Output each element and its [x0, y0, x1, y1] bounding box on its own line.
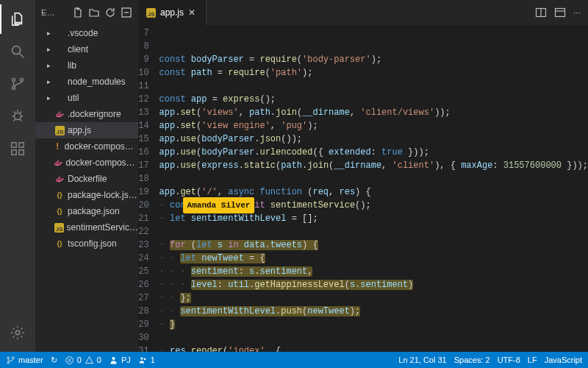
- activity-extensions[interactable]: [0, 134, 35, 163]
- line-gutter: 7891011121314151617181920212223242526272…: [138, 25, 159, 352]
- search-icon: [10, 43, 26, 60]
- svg-line-9: [14, 112, 16, 114]
- file-name: tsconfig.json: [68, 238, 117, 249]
- status-eol[interactable]: LF: [528, 355, 537, 364]
- bug-icon: [10, 108, 26, 124]
- refresh-icon[interactable]: [104, 7, 116, 18]
- svg-point-2: [12, 78, 15, 81]
- branch-icon: [10, 76, 26, 92]
- editor-group: JS app.js ✕ ··· 789101112131415161718192…: [138, 0, 588, 352]
- extensions-icon: [10, 141, 26, 157]
- file-name: package.json: [68, 206, 120, 216]
- file-tree-item[interactable]: docker-compose.yml: [35, 155, 138, 171]
- file-tree-item[interactable]: JSsentimentService.js: [35, 219, 138, 236]
- svg-line-10: [20, 112, 22, 114]
- file-tree-item[interactable]: !docker-compose.deb…: [35, 138, 138, 155]
- svg-point-30: [112, 357, 115, 360]
- files-icon: [10, 11, 26, 27]
- svg-line-1: [20, 54, 24, 58]
- file-name: sentimentService.js: [67, 222, 138, 233]
- file-tree-item[interactable]: {}package-lock.json: [35, 187, 138, 203]
- file-tree-item[interactable]: .vscode: [35, 25, 138, 41]
- status-problems[interactable]: 0 0: [65, 355, 101, 365]
- tab-app-js[interactable]: JS app.js ✕: [138, 0, 207, 25]
- error-icon: [65, 355, 74, 365]
- code-editor[interactable]: 7891011121314151617181920212223242526272…: [138, 25, 588, 352]
- status-sync[interactable]: ↻: [51, 355, 57, 365]
- file-name: node_modules: [68, 77, 126, 87]
- collapse-icon[interactable]: [121, 7, 132, 18]
- file-name: docker-compose.deb…: [65, 141, 138, 152]
- file-name: .dockerignore: [68, 109, 121, 119]
- file-tree: .vscodeclientlibnode_modulesutil.dockeri…: [35, 25, 138, 352]
- file-name: client: [68, 44, 88, 54]
- svg-line-11: [14, 119, 16, 121]
- activity-settings[interactable]: [0, 318, 35, 347]
- activity-debug[interactable]: [0, 102, 35, 131]
- editor-actions: ···: [535, 0, 588, 25]
- svg-point-17: [15, 330, 20, 335]
- explorer-title: E…: [41, 8, 68, 17]
- file-name: docker-compose.yml: [66, 158, 138, 168]
- file-name: util: [68, 93, 79, 103]
- svg-rect-22: [555, 9, 564, 17]
- file-tree-item[interactable]: {}tsconfig.json: [35, 236, 138, 252]
- svg-rect-14: [12, 150, 16, 155]
- status-spaces[interactable]: Spaces: 2: [454, 355, 490, 364]
- status-language[interactable]: JavaScript: [545, 355, 582, 364]
- svg-line-12: [20, 119, 22, 121]
- status-branch[interactable]: master: [6, 355, 43, 365]
- file-name: app.js: [68, 125, 91, 135]
- file-tree-item[interactable]: client: [35, 41, 138, 57]
- tab-label: app.js: [160, 7, 184, 18]
- file-tree-item[interactable]: {}package.json: [35, 203, 138, 219]
- activity-bar: [0, 0, 35, 352]
- tab-bar: JS app.js ✕ ···: [138, 0, 588, 25]
- file-tree-item[interactable]: node_modules: [35, 74, 138, 90]
- js-file-icon: JS: [146, 8, 156, 18]
- explorer-sidebar: E… .vscodeclientlibnode_modulesutil.dock…: [35, 0, 138, 352]
- status-participants[interactable]: 1: [138, 355, 155, 365]
- people-icon: [138, 355, 148, 365]
- file-name: lib: [68, 60, 76, 71]
- more-icon[interactable]: ···: [573, 7, 581, 18]
- svg-point-32: [143, 358, 146, 360]
- file-tree-item[interactable]: util: [35, 90, 138, 106]
- svg-point-5: [14, 113, 21, 119]
- status-position[interactable]: Ln 21, Col 31: [398, 355, 446, 364]
- file-tree-item[interactable]: .dockerignore: [35, 106, 138, 122]
- new-file-icon[interactable]: [72, 7, 84, 18]
- live-share-tooltip: Amanda Silver: [183, 197, 255, 213]
- explorer-header: E…: [35, 0, 138, 25]
- activity-search[interactable]: [0, 37, 35, 66]
- warning-icon: [85, 355, 94, 365]
- svg-point-0: [12, 46, 21, 54]
- file-name: package-lock.json: [68, 190, 138, 200]
- svg-rect-16: [19, 143, 24, 147]
- svg-point-24: [7, 356, 10, 358]
- svg-point-26: [12, 356, 14, 358]
- status-live-share[interactable]: PJ: [109, 355, 131, 365]
- svg-point-25: [7, 361, 10, 364]
- activity-scm[interactable]: [0, 69, 35, 99]
- file-name: Dockerfile: [68, 174, 107, 184]
- svg-rect-13: [12, 143, 16, 147]
- svg-rect-15: [19, 150, 24, 155]
- layout-icon[interactable]: [554, 7, 566, 18]
- split-editor-icon[interactable]: [535, 7, 547, 18]
- file-tree-item[interactable]: JSapp.js: [35, 122, 138, 138]
- file-tree-item[interactable]: Dockerfile: [35, 171, 138, 187]
- gear-icon: [10, 325, 26, 341]
- code-content[interactable]: const bodyParser = require('body-parser'…: [159, 25, 588, 352]
- close-icon[interactable]: ✕: [188, 7, 198, 18]
- activity-explorer[interactable]: [0, 4, 35, 34]
- branch-icon: [6, 355, 15, 365]
- new-folder-icon[interactable]: [88, 7, 100, 18]
- status-encoding[interactable]: UTF-8: [498, 355, 520, 364]
- svg-point-31: [140, 357, 143, 359]
- svg-point-4: [20, 78, 23, 81]
- file-name: .vscode: [68, 28, 98, 38]
- file-tree-item[interactable]: lib: [35, 57, 138, 74]
- status-bar: master ↻ 0 0 PJ 1 Ln 21, Col 31 Spaces: …: [0, 352, 588, 368]
- person-icon: [109, 355, 118, 365]
